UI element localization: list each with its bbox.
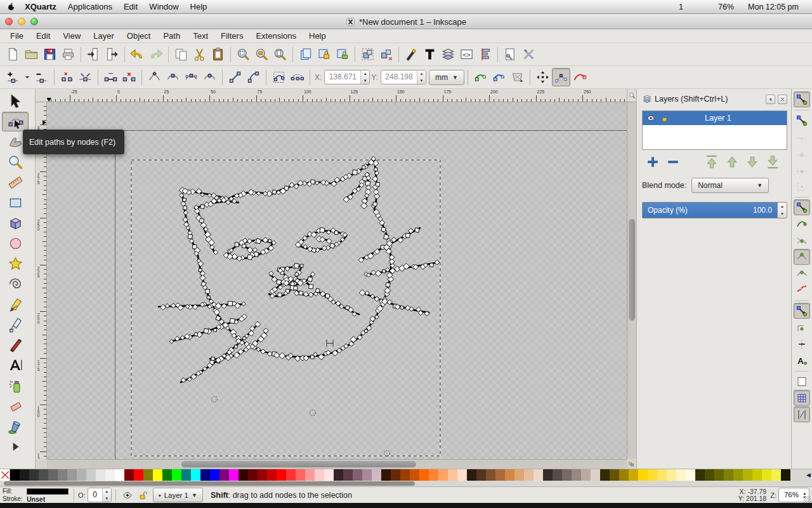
zoom-tool[interactable]: [2, 152, 29, 172]
palette-swatch[interactable]: [733, 469, 743, 481]
redo-button[interactable]: [147, 45, 165, 64]
export-button[interactable]: [103, 45, 121, 64]
color-managed-view-button[interactable]: [627, 459, 636, 469]
vertical-scrollbar[interactable]: [627, 102, 636, 459]
palette-swatch[interactable]: [219, 469, 229, 481]
palette-scrollbar[interactable]: [0, 481, 812, 486]
palette-swatch[interactable]: [705, 469, 714, 481]
fill-color-swatch[interactable]: [27, 488, 69, 495]
palette-swatch[interactable]: [372, 469, 381, 481]
mac-menu-applications[interactable]: Applications: [68, 2, 112, 11]
vertical-ruler[interactable]: 300275250225200175150125: [36, 102, 47, 459]
palette-swatch[interactable]: [724, 469, 733, 481]
lower-layer-to-bottom-button[interactable]: [764, 155, 781, 169]
horizontal-scrollbar-thumb[interactable]: [181, 461, 416, 467]
snap-line-midpoints-button[interactable]: [794, 282, 810, 298]
battery-percent[interactable]: 76%: [718, 2, 734, 12]
join-with-segment-button[interactable]: [102, 68, 120, 86]
palette-swatch[interactable]: [143, 469, 153, 481]
vertical-scrollbar-thumb[interactable]: [629, 219, 635, 321]
horizontal-ruler[interactable]: -250255075100125150175200225250275: [47, 89, 627, 102]
new-document-button[interactable]: [4, 45, 22, 64]
palette-swatch[interactable]: [58, 469, 67, 481]
snap-others-button[interactable]: [794, 303, 810, 319]
palette-swatch[interactable]: [695, 469, 705, 481]
selector-tool[interactable]: [2, 91, 29, 111]
save-document-button[interactable]: [41, 45, 59, 64]
palette-swatch[interactable]: [524, 469, 534, 481]
input-source-count[interactable]: 1: [679, 2, 683, 12]
open-document-button[interactable]: [22, 45, 41, 64]
import-button[interactable]: [84, 45, 103, 64]
palette-swatch[interactable]: [638, 469, 648, 481]
palette-swatch[interactable]: [286, 469, 296, 481]
palette-swatch[interactable]: [258, 469, 267, 481]
snap-page-border-button[interactable]: [794, 373, 810, 389]
palette-swatch[interactable]: [657, 469, 667, 481]
undo-button[interactable]: [128, 45, 147, 64]
palette-swatch[interactable]: [200, 469, 210, 481]
spiral-tool[interactable]: [2, 274, 29, 294]
segment-line-button[interactable]: [226, 68, 244, 86]
add-layer-button[interactable]: [645, 155, 661, 169]
palette-swatch[interactable]: [686, 469, 695, 481]
palette-swatch[interactable]: [124, 469, 134, 481]
current-layer-select[interactable]: • Layer 1 ▼: [153, 488, 203, 502]
palette-swatch[interactable]: [495, 469, 505, 481]
window-titlebar[interactable]: *New document 1 – Inkscape: [0, 14, 812, 29]
delete-node-button[interactable]: [32, 68, 51, 86]
palette-swatch[interactable]: [362, 469, 372, 481]
text-dialog-button[interactable]: [421, 45, 439, 64]
snap-guides-button[interactable]: [794, 406, 810, 422]
opacity-spinner[interactable]: ▲▼: [777, 203, 787, 218]
no-color-swatch[interactable]: [0, 469, 10, 481]
menu-file[interactable]: File: [4, 31, 30, 41]
palette-swatch[interactable]: [419, 469, 429, 481]
palette-swatch[interactable]: [343, 469, 353, 481]
x-coordinate-input[interactable]: 138.671▲▼: [324, 70, 370, 84]
palette-swatch[interactable]: [115, 469, 124, 481]
create-clone-button[interactable]: [315, 45, 333, 64]
palette-swatch[interactable]: [476, 469, 486, 481]
palette-swatch[interactable]: [381, 469, 391, 481]
unit-select[interactable]: mm▼: [429, 70, 464, 85]
layer-visibility-toggle-icon[interactable]: [122, 490, 133, 500]
preferences-button[interactable]: [520, 45, 538, 64]
opacity-slider[interactable]: Opacity (%) 100.0 ▲▼: [642, 202, 787, 218]
layers-dialog-button[interactable]: [439, 45, 457, 64]
palette-swatch[interactable]: [134, 469, 143, 481]
group-button[interactable]: [358, 45, 377, 64]
palette-swatch[interactable]: [486, 469, 495, 481]
palette-swatch[interactable]: [181, 469, 191, 481]
menu-object[interactable]: Object: [121, 31, 157, 41]
palette-swatch[interactable]: [153, 469, 162, 481]
palette-swatch[interactable]: [353, 469, 362, 481]
snap-cusp-nodes-button[interactable]: [794, 249, 810, 265]
palette-swatch[interactable]: [210, 469, 219, 481]
menu-extensions[interactable]: Extensions: [249, 31, 303, 41]
paint-bucket-tool[interactable]: [2, 417, 29, 436]
palette-swatch[interactable]: [762, 469, 771, 481]
palette-swatch[interactable]: [334, 469, 343, 481]
menu-view[interactable]: View: [56, 31, 87, 41]
duplicate-button[interactable]: [296, 45, 315, 64]
edit-clip-path-button[interactable]: [471, 68, 490, 86]
xml-editor-button[interactable]: <>: [457, 45, 476, 64]
print-document-button[interactable]: [59, 45, 77, 64]
paste-button[interactable]: [209, 45, 227, 64]
text-tool[interactable]: [2, 356, 29, 375]
snap-text-baseline-button[interactable]: A: [794, 352, 810, 368]
unlink-clone-button[interactable]: [333, 45, 351, 64]
palette-swatch[interactable]: [77, 469, 86, 481]
mac-app-name[interactable]: XQuartz: [25, 2, 56, 11]
align-distribute-button[interactable]: [476, 45, 494, 64]
snap-rotation-centers-button[interactable]: [794, 336, 810, 352]
palette-swatch[interactable]: [467, 469, 476, 481]
layer-visibility-icon[interactable]: [646, 114, 655, 123]
ungroup-button[interactable]: [377, 45, 395, 64]
palette-swatch[interactable]: [752, 469, 762, 481]
palette-swatch[interactable]: [743, 469, 752, 481]
palette-swatch[interactable]: [248, 469, 258, 481]
palette-swatch[interactable]: [324, 469, 334, 481]
snap-bbox-corners-button[interactable]: [794, 145, 810, 161]
